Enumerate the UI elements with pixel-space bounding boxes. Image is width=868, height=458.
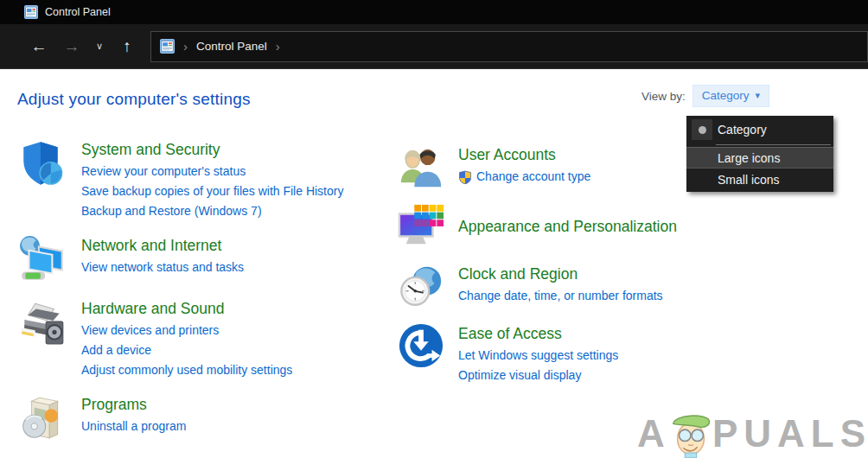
category-column-left: System and SecurityReview your computer'…	[17, 138, 398, 456]
category-text: Clock and RegionChange date, time, or nu…	[458, 263, 663, 309]
personalization-icon[interactable]	[398, 203, 444, 250]
clock-region-icon[interactable]	[398, 263, 444, 309]
users-icon[interactable]	[398, 143, 444, 190]
view-by-label: View by:	[641, 90, 686, 103]
category-text: ProgramsUninstall a program	[81, 393, 186, 443]
menu-item-large-icons[interactable]: Large icons	[686, 147, 833, 169]
back-button[interactable]: ←	[22, 38, 55, 54]
category-link-user-accounts[interactable]: User Accounts	[458, 146, 556, 164]
category-link-programs[interactable]: Programs	[81, 396, 147, 414]
category-section-clock-and-region: Clock and RegionChange date, time, or nu…	[398, 263, 868, 309]
network-icon[interactable]	[17, 234, 67, 284]
menu-item-label: Small icons	[718, 173, 780, 187]
recent-locations-button[interactable]: ∨	[88, 41, 111, 51]
watermark-letter-a: A	[637, 415, 671, 453]
control-panel-icon	[160, 39, 175, 54]
navigation-bar: ← → ∨ ↑ › Control Panel ›	[0, 24, 868, 69]
menu-item-category[interactable]: Category	[686, 117, 833, 143]
category-link-clock-and-region[interactable]: Clock and Region	[458, 265, 578, 283]
shield-icon[interactable]	[17, 138, 67, 188]
task-link-view-network-status-and-tasks[interactable]: View network status and tasks	[81, 258, 244, 277]
menu-separator	[716, 144, 831, 145]
category-section-programs: ProgramsUninstall a program	[17, 393, 398, 443]
menu-item-label: Large icons	[718, 151, 780, 165]
category-text: Ease of AccessLet Windows suggest settin…	[458, 322, 618, 385]
category-link-system-and-security[interactable]: System and Security	[81, 141, 220, 159]
radio-selected-icon	[692, 119, 712, 140]
category-text: User AccountsChange account type	[458, 143, 590, 190]
breadcrumb-item-control-panel[interactable]: Control Panel	[196, 40, 267, 53]
appuals-watermark: A PUALS	[637, 410, 868, 458]
category-section-hardware-and-sound: Hardware and SoundView devices and print…	[17, 297, 398, 380]
window-titlebar: Control Panel	[0, 0, 868, 24]
category-link-hardware-and-sound[interactable]: Hardware and Sound	[81, 300, 224, 318]
category-link-appearance-and-personalization[interactable]: Appearance and Personalization	[458, 218, 677, 236]
window-title: Control Panel	[45, 6, 111, 18]
task-link-let-windows-suggest-settings[interactable]: Let Windows suggest settings	[458, 346, 618, 366]
ease-of-access-icon[interactable]	[398, 322, 444, 369]
category-link-ease-of-access[interactable]: Ease of Access	[458, 325, 562, 343]
category-section-appearance-and-personalization: Appearance and Personalization	[398, 203, 868, 250]
task-link-optimize-visual-display[interactable]: Optimize visual display	[458, 366, 618, 385]
task-link-change-account-type[interactable]: Change account type	[458, 167, 590, 187]
task-link-adjust-commonly-used-mobility-settings[interactable]: Adjust commonly used mobility settings	[81, 360, 292, 380]
task-link-view-devices-and-printers[interactable]: View devices and printers	[81, 321, 292, 340]
task-link-backup-and-restore-windows-7[interactable]: Backup and Restore (Windows 7)	[81, 201, 343, 221]
view-by-control: View by: Category ▾	[641, 85, 769, 107]
task-link-change-date-time-or-number-formats[interactable]: Change date, time, or number formats	[458, 286, 663, 306]
category-section-network-and-internet: Network and InternetView network status …	[17, 234, 398, 284]
task-link-save-backup-copies-of-your-files-with-file-history[interactable]: Save backup copies of your files with Fi…	[81, 181, 343, 201]
forward-button[interactable]: →	[55, 38, 88, 54]
view-by-selected-value: Category	[702, 89, 750, 102]
task-link-add-a-device[interactable]: Add a device	[81, 340, 292, 360]
breadcrumb-chevron-icon[interactable]: ›	[276, 39, 280, 54]
printer-icon[interactable]	[17, 297, 67, 347]
breadcrumb-chevron-icon[interactable]: ›	[183, 39, 188, 54]
category-text: System and SecurityReview your computer'…	[81, 138, 343, 221]
up-button[interactable]: ↑	[111, 38, 144, 54]
menu-item-small-icons[interactable]: Small icons	[686, 169, 833, 190]
menu-item-label: Category	[718, 123, 767, 137]
view-by-menu: CategoryLarge iconsSmall icons	[686, 116, 833, 192]
view-by-dropdown-button[interactable]: Category ▾	[692, 85, 769, 107]
category-section-system-and-security: System and SecurityReview your computer'…	[17, 138, 398, 221]
task-link-uninstall-a-program[interactable]: Uninstall a program	[81, 417, 186, 436]
address-bar[interactable]: › Control Panel ›	[150, 31, 868, 62]
uac-shield-icon	[458, 170, 472, 184]
category-text: Appearance and Personalization	[458, 215, 677, 239]
category-link-network-and-internet[interactable]: Network and Internet	[81, 237, 221, 255]
watermark-letters-puals: PUALS	[712, 415, 868, 453]
programs-icon[interactable]	[17, 393, 67, 443]
control-panel-icon	[24, 5, 38, 19]
header-row: Adjust your computer's settings View by:…	[0, 69, 868, 109]
task-link-review-your-computer-s-status[interactable]: Review your computer's status	[81, 162, 343, 181]
category-text: Hardware and SoundView devices and print…	[81, 297, 292, 380]
appuals-mascot-icon	[668, 410, 713, 458]
chevron-down-icon: ▾	[755, 90, 760, 101]
category-section-ease-of-access: Ease of AccessLet Windows suggest settin…	[398, 322, 868, 385]
page-title: Adjust your computer's settings	[17, 90, 251, 109]
category-text: Network and InternetView network status …	[81, 234, 244, 284]
